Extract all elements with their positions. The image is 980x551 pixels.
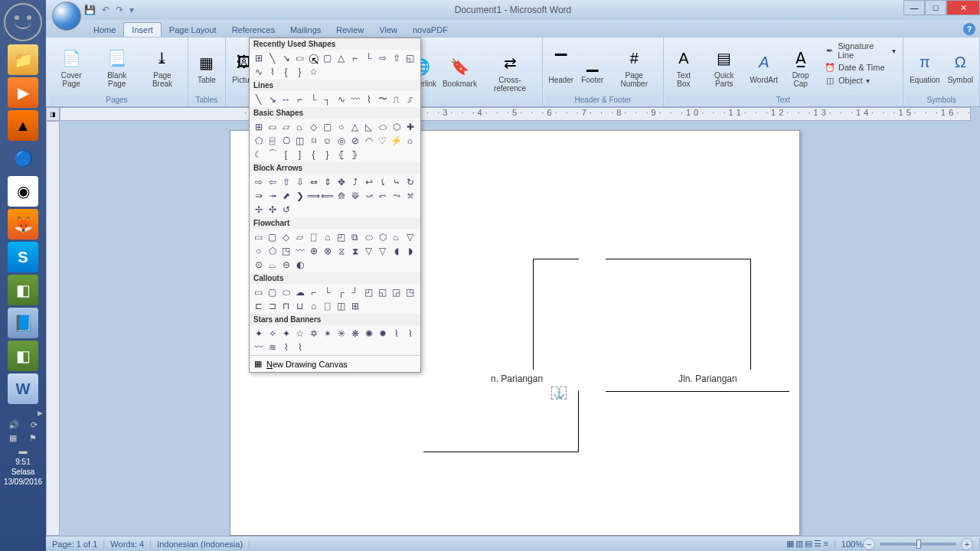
co-b4-icon[interactable]: ⊔ <box>293 299 306 312</box>
ar-c5-icon[interactable]: ✢ <box>252 203 265 216</box>
ar-quad-icon[interactable]: ✥ <box>335 175 348 188</box>
zoom-out-button[interactable]: − <box>863 538 875 550</box>
bs-brace-l-icon[interactable]: { <box>307 148 320 161</box>
qat-more-icon[interactable]: ▾ <box>129 5 134 15</box>
fc-conn-icon[interactable]: ○ <box>252 244 265 257</box>
expand-arrow-icon[interactable]: ▸ <box>0 406 46 419</box>
bs-rect-icon[interactable]: ▭ <box>266 120 279 133</box>
redo-icon[interactable]: ↷ <box>116 5 123 15</box>
st-rib2-icon[interactable]: ⌇ <box>403 327 416 340</box>
fc-man-icon[interactable]: ⏢ <box>390 230 403 243</box>
bs-oval-icon[interactable]: ⬭ <box>376 120 389 133</box>
save-icon[interactable]: 💾 <box>84 5 96 15</box>
co-b6-icon[interactable]: ⎕ <box>321 299 334 312</box>
bs-circle-icon[interactable]: ○ <box>335 120 348 133</box>
ar-ud-icon[interactable]: ⇕ <box>321 175 334 188</box>
cover-page-button[interactable]: 📄Cover Page <box>49 39 93 95</box>
bs-diamond-icon[interactable]: ◇ <box>307 120 320 133</box>
st-5pt-icon[interactable]: ☆ <box>293 327 306 340</box>
close-button[interactable]: ✕ <box>946 0 980 15</box>
tab-references[interactable]: References <box>224 23 283 37</box>
zoom-level[interactable]: 100% <box>841 540 863 549</box>
bs-cube-icon[interactable]: ⎔ <box>279 134 292 147</box>
ar-down-icon[interactable]: ⇩ <box>293 175 306 188</box>
fc-mag-icon[interactable]: ⌓ <box>266 258 279 271</box>
line-elbow-icon[interactable]: ⌐ <box>293 93 306 106</box>
co-l1-icon[interactable]: ⌐ <box>307 285 320 298</box>
fc-doc-icon[interactable]: ◰ <box>335 230 348 243</box>
co-l2-icon[interactable]: └ <box>321 285 334 298</box>
st-32pt-icon[interactable]: ✹ <box>376 327 389 340</box>
fc-term-icon[interactable]: ⬭ <box>362 230 375 243</box>
status-words[interactable]: Words: 4 <box>104 540 151 549</box>
co-b5-icon[interactable]: ⌂ <box>307 299 320 312</box>
ar-rco-icon[interactable]: ⟹ <box>307 189 320 202</box>
tab-view[interactable]: View <box>371 23 405 37</box>
vlc-icon[interactable]: ▲ <box>8 110 38 141</box>
tab-insert[interactable]: Insert <box>123 22 162 37</box>
co-oval-icon[interactable]: ⬭ <box>279 285 292 298</box>
view-reading-icon[interactable]: ▥ <box>795 539 803 549</box>
st-scroll-icon[interactable]: ⌇ <box>279 341 292 354</box>
maximize-button[interactable]: □ <box>925 0 946 15</box>
ar-lup-icon[interactable]: ⤹ <box>376 175 389 188</box>
tab-page-layout[interactable]: Page Layout <box>162 23 224 37</box>
bs-brace2-r-icon[interactable]: ⦄ <box>348 148 361 161</box>
status-page[interactable]: Page: 1 of 1 <box>46 540 104 549</box>
fc-seq-icon[interactable]: ⊙ <box>252 258 265 271</box>
fc-proc-icon[interactable]: ▭ <box>252 230 265 243</box>
zoom-slider[interactable] <box>880 543 956 546</box>
fc-manop-icon[interactable]: ▽ <box>403 230 416 243</box>
shape-arrow-icon[interactable]: ↘ <box>279 51 292 64</box>
fc-merge-icon[interactable]: ▽ <box>376 244 389 257</box>
st-scroll2-icon[interactable]: ⌇ <box>293 341 306 354</box>
bs-pent-icon[interactable]: ⬠ <box>252 134 265 147</box>
dropcap-button[interactable]: A̲Drop Cap <box>782 39 819 95</box>
co-b3-icon[interactable]: ⊓ <box>279 299 292 312</box>
fc-prep-icon[interactable]: ⬡ <box>376 230 389 243</box>
bs-smiley-icon[interactable]: ☺ <box>321 134 334 147</box>
system-tray[interactable]: 🔊⟳ <box>0 419 46 432</box>
shape-brace-l-icon[interactable]: { <box>279 65 292 78</box>
quickparts-button[interactable]: ▤Quick Parts <box>702 39 746 95</box>
fc-pred-icon[interactable]: ⎕ <box>307 230 320 243</box>
wordart-button[interactable]: AWordArt <box>747 39 780 95</box>
ar-c3-icon[interactable]: ⤳ <box>390 189 403 202</box>
shape-brace-r-icon[interactable]: } <box>293 65 306 78</box>
st-4pt-icon[interactable]: ✦ <box>279 327 292 340</box>
ruler-corner[interactable]: ◨ <box>46 107 60 121</box>
camtasia-icon[interactable]: ◧ <box>8 275 38 305</box>
shape-callout-icon[interactable]: ◱ <box>403 51 416 64</box>
st-rib-icon[interactable]: ⌇ <box>390 327 403 340</box>
fc-off-icon[interactable]: ⬠ <box>266 244 279 257</box>
date-time-button[interactable]: ⏰Date & Time <box>822 61 898 73</box>
crossref-button[interactable]: ⇄Cross-reference <box>481 39 539 103</box>
st-16pt-icon[interactable]: ❋ <box>348 327 361 340</box>
bs-bolt-icon[interactable]: ⚡ <box>390 134 403 147</box>
anchor-icon[interactable]: ⚓ <box>551 386 567 399</box>
ar-left-icon[interactable]: ⇦ <box>266 175 279 188</box>
blank-page-button[interactable]: 📃Blank Page <box>95 39 139 95</box>
vertical-ruler[interactable] <box>46 121 60 536</box>
fc-sort-icon[interactable]: ⧗ <box>348 244 361 257</box>
shape-elbow2-icon[interactable]: └ <box>362 51 375 64</box>
shape-oval-icon[interactable]: ◯ <box>307 51 320 64</box>
view-web-icon[interactable]: ▤ <box>805 539 812 549</box>
new-drawing-canvas[interactable]: ▦ New Drawing Canvas <box>250 355 420 372</box>
line-elbow2-icon[interactable]: └ <box>307 93 320 106</box>
line-conn-icon[interactable]: ⎍ <box>390 93 403 106</box>
media-player-icon[interactable]: ▶ <box>8 77 38 108</box>
st-6pt-icon[interactable]: ✡ <box>307 327 320 340</box>
bs-hex-icon[interactable]: ⬡ <box>390 120 403 133</box>
bs-tri-icon[interactable]: △ <box>348 120 361 133</box>
st-dwave-icon[interactable]: ≋ <box>266 341 279 354</box>
table-button[interactable]: ▦Table <box>191 39 222 95</box>
bs-roundrect-icon[interactable]: ▢ <box>321 120 334 133</box>
shape-roundrect-icon[interactable]: ▢ <box>321 51 334 64</box>
status-language[interactable]: Indonesian (Indonesia) <box>151 540 250 549</box>
camtasia2-icon[interactable]: ◧ <box>8 341 38 371</box>
ar-bent2-icon[interactable]: ⤷ <box>390 175 403 188</box>
fc-int-icon[interactable]: ⌂ <box>321 230 334 243</box>
co-a3-icon[interactable]: ◲ <box>390 285 403 298</box>
co-l3-icon[interactable]: ┌ <box>335 285 348 298</box>
